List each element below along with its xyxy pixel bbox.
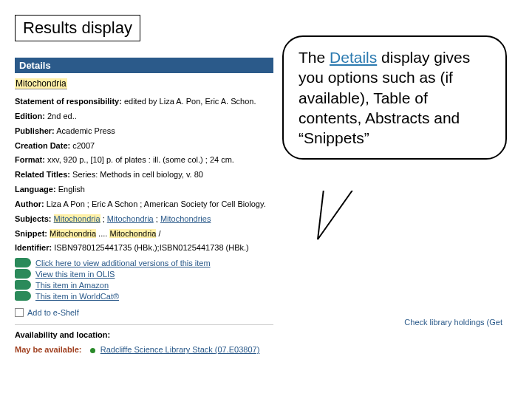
field-value: c2007 [72, 141, 95, 150]
check-holdings-text: Check library holdings (Get [404, 318, 502, 327]
svg-marker-0 [318, 189, 353, 239]
field-label: Language: [15, 185, 56, 194]
field-snippet: Snippet: Mitochondria .... Mitochondria … [15, 228, 273, 239]
record-title: Mitochondria [15, 78, 67, 89]
subject-link[interactable]: Mitochondries [160, 214, 211, 223]
snippet-text: .... [98, 229, 109, 238]
add-to-eshelf[interactable]: Add to e-Shelf [15, 308, 273, 317]
availability-section: Availability and location: May be availa… [15, 324, 273, 355]
field-label: Related Titles: [15, 170, 70, 179]
field-statement: Statement of responsibility: edited by L… [15, 96, 273, 107]
bubble-text: The [299, 49, 330, 66]
field-label: Creation Date: [15, 141, 70, 150]
field-language: Language: English [15, 184, 273, 195]
link-arrow-icon [15, 269, 31, 279]
availability-heading: Availability and location: [15, 330, 110, 339]
link-additional-versions[interactable]: Click here to view additional versions o… [35, 259, 211, 267]
field-value: edited by Liza A. Pon, Eric A. Schon. [124, 97, 256, 106]
may-be-available-label: May be available: [15, 345, 82, 354]
field-value: xxv, 920 p., [10] p. of plates : ill. (s… [47, 155, 234, 164]
subject-link[interactable]: Mitochondria [107, 214, 154, 223]
bubble-emphasis: Details [330, 49, 377, 66]
snippet-highlight: Mitochondria [50, 229, 96, 238]
eshelf-label: Add to e-Shelf [27, 308, 79, 317]
field-label: Author: [15, 200, 44, 208]
field-value: Liza A Pon ; Eric A Schon ; American Soc… [47, 200, 266, 208]
snippet-text: / [158, 229, 160, 238]
field-label: Snippet: [15, 229, 47, 238]
field-value: Academic Press [56, 126, 115, 135]
link-arrow-icon [15, 291, 31, 301]
field-publisher: Publisher: Academic Press [15, 126, 273, 137]
field-label: Identifier: [15, 243, 52, 252]
field-identifier: Identifier: ISBN9780125441735 (HBk.);ISB… [15, 242, 273, 253]
field-format: Format: xxv, 920 p., [10] p. of plates :… [15, 154, 273, 166]
link-arrow-icon [15, 258, 31, 267]
field-edition: Edition: 2nd ed.. [15, 111, 273, 122]
details-panel: Details Mitochondria Statement of respon… [15, 58, 273, 359]
field-related-titles: Related Titles: Series: Methods in cell … [15, 169, 273, 180]
details-heading-bar: Details [15, 58, 273, 73]
field-label: Statement of responsibility: [15, 97, 122, 106]
link-arrow-icon [15, 280, 31, 290]
snippet-highlight: Mitochondria [109, 229, 156, 238]
link-row: This item in WorldCat® [15, 291, 273, 301]
link-amazon[interactable]: This item in Amazon [35, 281, 109, 290]
link-worldcat[interactable]: This item in WorldCat® [35, 292, 119, 301]
subject-link[interactable]: Mitochondria [54, 214, 100, 223]
link-row: Click here to view additional versions o… [15, 258, 273, 267]
status-dot-icon [90, 348, 95, 353]
field-label: Publisher: [15, 126, 55, 135]
related-links: Click here to view additional versions o… [15, 258, 273, 301]
location-link[interactable]: Radcliffe Science Library Stack (07.E038… [100, 345, 260, 354]
speech-bubble: The Details display gives you options su… [282, 35, 507, 160]
field-author: Author: Liza A Pon ; Eric A Schon ; Amer… [15, 199, 273, 210]
link-row: View this item in OLIS [15, 269, 273, 279]
link-view-olis[interactable]: View this item in OLIS [35, 270, 115, 279]
field-value: ISBN9780125441735 (HBk.);ISBN0125441738 … [54, 243, 249, 252]
checkbox-icon[interactable] [15, 308, 24, 317]
field-value: English [58, 185, 85, 194]
speech-bubble-tail-icon [318, 188, 362, 239]
slide-title: Results display [15, 15, 140, 41]
field-subjects: Subjects: Mitochondria ; Mitochondria ; … [15, 214, 273, 225]
field-value: Series: Methods in cell biology, v. 80 [72, 170, 203, 179]
svg-rect-1 [322, 186, 355, 191]
field-label: Edition: [15, 112, 45, 120]
callout: The Details display gives you options su… [282, 35, 504, 228]
field-value: 2nd ed.. [47, 112, 77, 120]
field-creation-date: Creation Date: c2007 [15, 140, 273, 151]
link-row: This item in Amazon [15, 280, 273, 290]
field-label: Format: [15, 155, 45, 164]
field-label: Subjects: [15, 214, 52, 223]
